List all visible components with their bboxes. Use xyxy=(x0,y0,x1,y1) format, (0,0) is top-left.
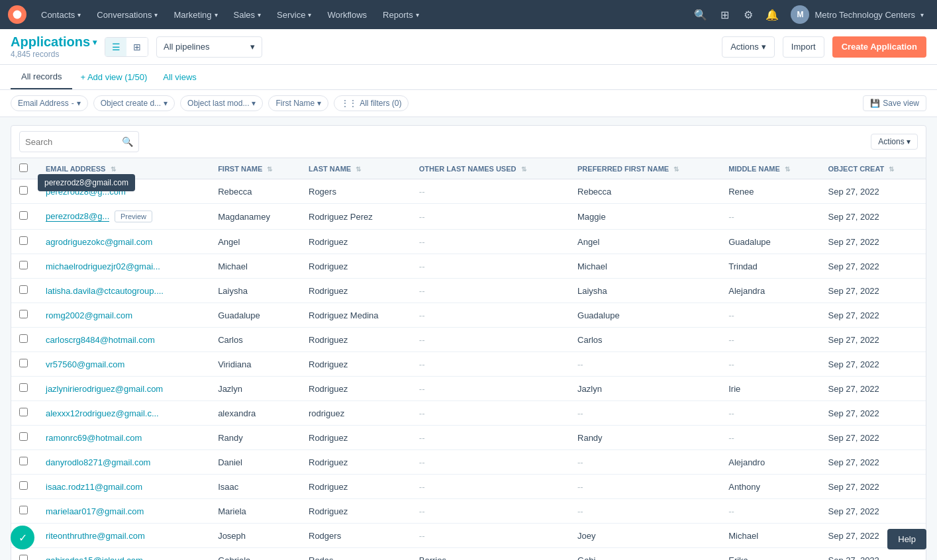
row-checkbox-cell[interactable] xyxy=(11,426,38,450)
row-checkbox[interactable] xyxy=(19,359,28,367)
preferred-first-cell: Michael xyxy=(569,254,720,279)
email-link[interactable]: latisha.davila@ctcautogroup.... xyxy=(46,286,164,296)
select-all-header[interactable] xyxy=(11,158,38,179)
row-checkbox[interactable] xyxy=(19,334,28,343)
tabs-bar: All records + Add view (1/50) All views xyxy=(0,65,937,90)
nav-workflows[interactable]: Workflows xyxy=(321,0,373,29)
email-link[interactable]: riteonthruthre@gmail.com xyxy=(46,531,145,541)
row-checkbox[interactable] xyxy=(19,432,28,441)
nav-marketing[interactable]: Marketing ▾ xyxy=(167,0,224,29)
email-link[interactable]: perezrodz8@g... xyxy=(46,211,109,222)
table-actions-button[interactable]: Actions ▾ xyxy=(871,134,918,150)
row-checkbox-cell[interactable] xyxy=(11,401,38,426)
row-checkbox[interactable] xyxy=(19,261,28,269)
email-link[interactable]: vr57560@gmail.com xyxy=(46,359,124,369)
tab-all-records[interactable]: All records xyxy=(11,65,72,89)
nav-sales[interactable]: Sales ▾ xyxy=(227,0,268,29)
email-link[interactable]: marielaar017@gmail.com xyxy=(46,506,144,516)
middle-name-cell: Trindad xyxy=(720,254,820,279)
filter-email-address[interactable]: Email Address - ▾ xyxy=(11,95,88,111)
row-checkbox[interactable] xyxy=(19,236,28,245)
notifications-icon[interactable]: 🔔 xyxy=(762,4,783,25)
email-link[interactable]: danyrodlo8271@gmail.com xyxy=(46,457,150,467)
search-input[interactable] xyxy=(25,137,118,147)
filter-object-modified[interactable]: Object last mod... ▾ xyxy=(180,95,263,111)
filter-object-created[interactable]: Object create d... ▾ xyxy=(93,95,175,111)
list-view-button[interactable]: ☰ xyxy=(105,38,126,56)
nav-service[interactable]: Service ▾ xyxy=(270,0,318,29)
hubspot-logo[interactable] xyxy=(8,5,26,24)
last-name-cell: Rogers xyxy=(301,179,411,204)
middle-name-cell: -- xyxy=(720,328,820,352)
row-checkbox-cell[interactable] xyxy=(11,352,38,377)
obj-created-sort-icon[interactable]: ⇅ xyxy=(889,165,894,173)
middle-name-cell: -- xyxy=(720,426,820,450)
nav-conversations[interactable]: Conversations ▾ xyxy=(90,0,164,29)
filter-first-name[interactable]: First Name ▾ xyxy=(268,95,328,111)
row-checkbox-cell[interactable] xyxy=(11,475,38,499)
row-checkbox-cell[interactable] xyxy=(11,303,38,328)
email-link[interactable]: agrodriguezokc@gmail.com xyxy=(46,237,152,247)
row-checkbox-cell[interactable] xyxy=(11,204,38,230)
pipeline-select[interactable]: All pipelines ▾ xyxy=(156,36,262,58)
middle-name-cell: Renee xyxy=(720,179,820,204)
row-checkbox-cell[interactable] xyxy=(11,450,38,475)
row-checkbox-cell[interactable] xyxy=(11,254,38,279)
email-link[interactable]: carloscrg8484@hotmail.com xyxy=(46,335,155,345)
nav-reports[interactable]: Reports ▾ xyxy=(376,0,426,29)
row-checkbox[interactable] xyxy=(19,457,28,465)
help-button[interactable]: Help xyxy=(887,529,926,549)
email-link[interactable]: perezrodz8@g...com xyxy=(46,187,126,197)
tab-all-views[interactable]: All views xyxy=(155,66,205,89)
last-name-sort-icon[interactable]: ⇅ xyxy=(356,165,361,173)
email-link[interactable]: gabirodas15@icloud.com xyxy=(46,555,143,561)
app-title-chevron-icon: ▾ xyxy=(93,38,97,47)
search-icon[interactable]: 🔍 xyxy=(690,4,711,25)
nav-contacts[interactable]: Contacts ▾ xyxy=(34,0,87,29)
user-menu[interactable]: M Metro Technology Centers ▾ xyxy=(785,5,929,24)
row-checkbox[interactable] xyxy=(19,383,28,392)
email-link[interactable]: alexxx12rodriguez@gmail.c... xyxy=(46,408,159,418)
middle-name-sort-icon[interactable]: ⇅ xyxy=(785,165,790,173)
email-link[interactable]: ramonrc69@hotmail.com xyxy=(46,433,142,443)
row-checkbox[interactable] xyxy=(19,211,28,220)
row-checkbox[interactable] xyxy=(19,506,28,514)
row-checkbox-cell[interactable] xyxy=(11,179,38,204)
row-checkbox[interactable] xyxy=(19,310,28,318)
email-sort-icon[interactable]: ⇅ xyxy=(111,165,116,173)
select-all-checkbox[interactable] xyxy=(19,163,28,172)
create-application-button[interactable]: Create Application xyxy=(832,36,926,58)
import-button[interactable]: Import xyxy=(783,36,824,58)
email-cell: ramonrc69@hotmail.com xyxy=(38,426,210,450)
row-checkbox-cell[interactable] xyxy=(11,499,38,524)
settings-icon[interactable]: ⚙ xyxy=(738,4,759,25)
table-toolbar: 🔍 Actions ▾ xyxy=(11,126,926,158)
marketplace-icon[interactable]: ⊞ xyxy=(714,4,735,25)
email-link[interactable]: romg2002@gmail.com xyxy=(46,310,132,320)
other-last-sort-icon[interactable]: ⇅ xyxy=(521,165,526,173)
row-checkbox[interactable] xyxy=(19,186,28,195)
grid-view-button[interactable]: ⊞ xyxy=(126,38,148,56)
email-link[interactable]: jazlynirierodriguez@gmail.com xyxy=(46,384,163,394)
row-checkbox-cell[interactable] xyxy=(11,279,38,303)
app-title[interactable]: Applications ▾ xyxy=(11,34,97,50)
first-name-sort-icon[interactable]: ⇅ xyxy=(267,165,272,173)
row-checkbox[interactable] xyxy=(19,285,28,294)
row-checkbox-cell[interactable] xyxy=(11,377,38,401)
row-checkbox-cell[interactable] xyxy=(11,548,38,561)
row-checkbox[interactable] xyxy=(19,408,28,416)
row-checkbox[interactable] xyxy=(19,481,28,490)
actions-button[interactable]: Actions ▾ xyxy=(722,36,775,58)
row-checkbox[interactable] xyxy=(19,555,28,560)
notify-icon: ✓ xyxy=(19,532,27,544)
filter-all-filters[interactable]: ⋮⋮ All filters (0) xyxy=(334,95,409,111)
save-view-button[interactable]: 💾 Save view xyxy=(863,95,926,111)
preview-button[interactable]: Preview xyxy=(115,210,152,222)
row-checkbox-cell[interactable] xyxy=(11,230,38,254)
email-link[interactable]: michaelrodriguezjr02@gmai... xyxy=(46,261,160,271)
notification-badge[interactable]: ✓ xyxy=(11,526,34,549)
email-link[interactable]: isaac.rodz11@gmail.com xyxy=(46,482,142,492)
tab-add-view[interactable]: + Add view (1/50) xyxy=(72,66,155,89)
preferred-first-sort-icon[interactable]: ⇅ xyxy=(673,165,679,173)
row-checkbox-cell[interactable] xyxy=(11,328,38,352)
